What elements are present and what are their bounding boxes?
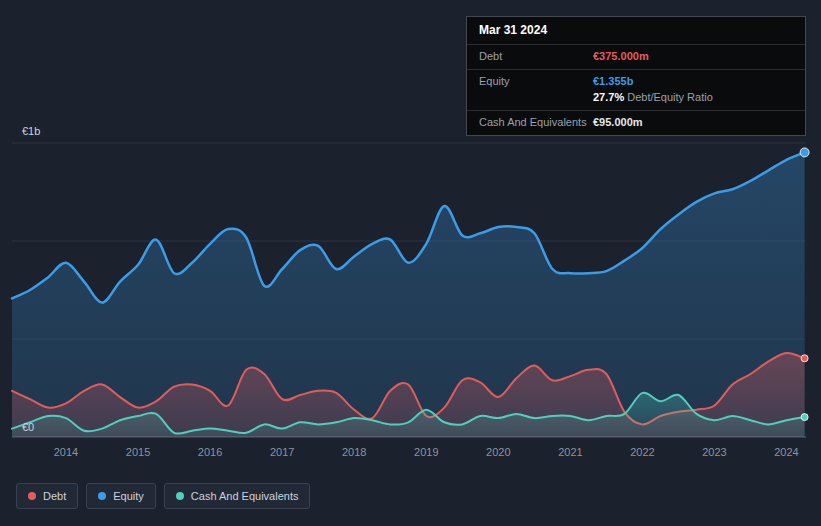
legend-item-debt[interactable]: Debt [16, 483, 78, 509]
tooltip-cash-value: €95.000m [593, 115, 643, 130]
x-axis-label: 2024 [774, 446, 798, 458]
equity-series-dot-icon [98, 492, 106, 500]
tooltip-date: Mar 31 2024 [467, 17, 805, 45]
legend-item-cash[interactable]: Cash And Equivalents [164, 483, 311, 509]
legend-item-equity-label: Equity [113, 490, 144, 502]
x-axis-label: 2018 [342, 446, 366, 458]
debt-series-dot-icon [28, 492, 36, 500]
tooltip-debt-label: Debt [467, 45, 593, 67]
chart-legend: Debt Equity Cash And Equivalents [16, 483, 310, 509]
debt-equity-history-page: { "tooltip": { "date": "Mar 31 2024", "d… [0, 0, 821, 526]
x-axis-label: 2017 [270, 446, 294, 458]
x-axis-label: 2023 [702, 446, 726, 458]
y-axis-label-1b: €1b [22, 125, 40, 137]
legend-item-debt-label: Debt [43, 490, 66, 502]
tooltip-debt-equity-ratio: 27.7%Debt/Equity Ratio [593, 90, 713, 105]
cash-and-equivalents-end-dot[interactable] [801, 414, 808, 421]
tooltip-equity-row: Equity €1.355b 27.7%Debt/Equity Ratio [467, 70, 805, 111]
x-axis-label: 2016 [198, 446, 222, 458]
equity-end-dot[interactable] [800, 148, 809, 157]
debt-end-dot[interactable] [801, 355, 808, 362]
x-axis-label: 2020 [486, 446, 510, 458]
tooltip-debt-row: Debt €375.000m [467, 45, 805, 70]
tooltip-cash-row: Cash And Equivalents €95.000m [467, 111, 805, 135]
chart-tooltip: Mar 31 2024 Debt €375.000m Equity €1.355… [466, 16, 806, 136]
ratio-value: 27.7% [593, 91, 624, 103]
tooltip-equity-value: €1.355b [593, 74, 713, 89]
y-axis-label-0: €0 [22, 421, 34, 433]
tooltip-cash-label: Cash And Equivalents [467, 111, 593, 133]
legend-item-equity[interactable]: Equity [86, 483, 156, 509]
ratio-label: Debt/Equity Ratio [627, 91, 713, 103]
cash-series-dot-icon [176, 492, 184, 500]
tooltip-equity-label: Equity [467, 70, 593, 92]
x-axis-label: 2022 [630, 446, 654, 458]
x-axis-label: 2021 [558, 446, 582, 458]
tooltip-debt-value: €375.000m [593, 49, 649, 64]
legend-item-cash-label: Cash And Equivalents [191, 490, 299, 502]
x-axis-label: 2014 [54, 446, 78, 458]
x-axis-label: 2019 [414, 446, 438, 458]
x-axis-label: 2015 [126, 446, 150, 458]
